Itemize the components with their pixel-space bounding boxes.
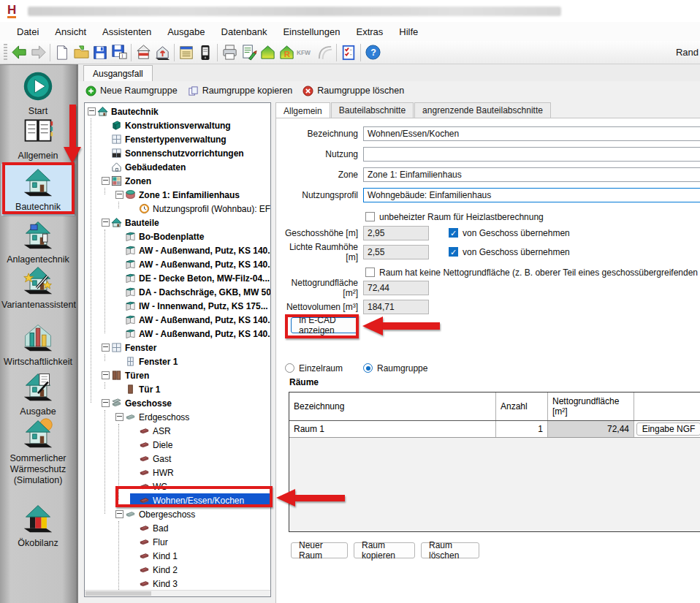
keine-ngf-checkbox[interactable] bbox=[365, 268, 375, 277]
tree-expander-minus-icon[interactable] bbox=[88, 107, 96, 115]
tree-item-hwr[interactable]: HWR bbox=[85, 466, 270, 479]
print-icon[interactable] bbox=[220, 43, 239, 62]
open-project-icon[interactable] bbox=[72, 43, 91, 62]
menu-datei[interactable]: Datei bbox=[10, 24, 45, 39]
nettogrundflaeche-input[interactable]: 72,44 bbox=[363, 281, 429, 295]
tree-item-diele[interactable]: Diele bbox=[85, 438, 270, 452]
tab-bauteilabschnitte[interactable]: Bauteilabschnitte bbox=[331, 102, 414, 118]
tree-item-wohnen-essen-kochen[interactable]: Wohnen/Essen/Kochen bbox=[85, 493, 270, 507]
menu-extras[interactable]: Extras bbox=[349, 24, 389, 39]
raumgruppe-radio[interactable] bbox=[363, 363, 373, 373]
help-icon[interactable]: ? bbox=[363, 43, 382, 62]
tree-expander-minus-icon[interactable] bbox=[102, 219, 110, 227]
sidebar-item-wirtschaftlichkeit[interactable]: Wirtschaftlichkeit bbox=[1, 321, 75, 368]
notes-icon[interactable] bbox=[177, 43, 196, 62]
tree-expander-minus-icon[interactable] bbox=[115, 191, 123, 199]
geschosshoehe-input[interactable]: 2,95 bbox=[363, 226, 429, 240]
neue-raumgruppe-button[interactable]: Neue Raumgruppe bbox=[85, 86, 178, 96]
tree-item-wc[interactable]: WC bbox=[85, 479, 270, 493]
cell-bezeichnung[interactable]: Raum 1 bbox=[289, 421, 496, 437]
raum-kopieren-button[interactable]: Raum kopieren bbox=[354, 542, 415, 558]
bezeichnung-input[interactable]: Wohnen/Essen/Kochen bbox=[363, 126, 700, 141]
tree-item-zone-1-einfamilienhaus[interactable]: Zone 1: Einfamilienhaus bbox=[85, 188, 270, 202]
tree-item-sonnenschutzvorrichtungen[interactable]: Sonnenschutzvorrichtungen bbox=[85, 146, 270, 160]
sidebar-item-variantenassistent[interactable]: Variantenassistent bbox=[1, 264, 75, 311]
energy-certificate-icon[interactable] bbox=[258, 43, 277, 62]
raumhoehe-input[interactable]: 2,55 bbox=[363, 245, 429, 259]
cell-anzahl[interactable]: 1 bbox=[496, 421, 548, 437]
save-as-icon[interactable]: I bbox=[110, 43, 129, 62]
sidebar-item-sommerlicher-waermeschutz-simulation[interactable]: Sommerlicher Wärmeschutz (Simulation) bbox=[1, 417, 75, 486]
report-edit-icon[interactable] bbox=[239, 43, 258, 62]
tree-item-tuer-1[interactable]: Tür 1 bbox=[85, 382, 270, 396]
unbeheizt-checkbox[interactable] bbox=[365, 212, 375, 221]
raumhoehe-uebernehmen-checkbox[interactable]: ✓ bbox=[449, 247, 458, 257]
tree-item-kind-2[interactable]: Kind 2 bbox=[85, 563, 270, 577]
tree-item-zonen[interactable]: Zonen bbox=[85, 174, 270, 188]
tree-item-erdgeschoss[interactable]: Erdgeschoss bbox=[85, 410, 270, 424]
table-row-raum-1[interactable]: Raum 1 1 72,44 Eingabe NGF bbox=[289, 421, 700, 438]
neuer-raum-button[interactable]: Neuer Raum bbox=[291, 542, 348, 558]
tree-item-aw-aussenwand-putz-ks-140[interactable]: AW - Außenwand, Putz, KS 140... bbox=[85, 257, 270, 271]
tree-item-konstruktionsverwaltung[interactable]: Konstruktionsverwaltung bbox=[85, 118, 270, 132]
nettovolumen-input[interactable]: 184,71 bbox=[363, 300, 429, 314]
forward-icon[interactable] bbox=[28, 43, 47, 62]
zone-select[interactable]: Zone 1: Einfamilienhaus bbox=[363, 167, 700, 182]
nutzungsprofil-select[interactable]: Wohngebäude: Einfamilienhaus bbox=[363, 188, 700, 202]
sidebar-item-start[interactable]: Start bbox=[1, 70, 75, 117]
tree-item-iw-innenwand-putz-ks-175[interactable]: IW - Innenwand, Putz, KS 175... bbox=[85, 299, 270, 313]
import-building-icon[interactable] bbox=[153, 43, 172, 62]
tree-expander-minus-icon[interactable] bbox=[102, 371, 110, 379]
tree-expander-minus-icon[interactable] bbox=[115, 510, 123, 518]
tree-item-gebaeudedaten[interactable]: Gebäudedaten bbox=[85, 160, 270, 174]
tree-item-bautechnik[interactable]: Bautechnik bbox=[85, 105, 270, 118]
sidebar-item-allgemein[interactable]: Allgemein bbox=[1, 115, 75, 162]
checklist-icon[interactable] bbox=[339, 43, 358, 62]
tree-expander-minus-icon[interactable] bbox=[102, 344, 110, 352]
tree-expander-minus-icon[interactable] bbox=[102, 399, 110, 407]
tree-item-kind-1[interactable]: Kind 1 bbox=[85, 549, 270, 563]
building-icon[interactable] bbox=[134, 43, 153, 62]
tree-item-tueren[interactable]: Türen bbox=[85, 368, 270, 382]
tab-allgemein[interactable]: Allgemein bbox=[275, 102, 330, 118]
tree-item-gast[interactable]: Gast bbox=[85, 452, 270, 466]
kfw-r-icon[interactable]: R bbox=[277, 43, 296, 62]
eingabe-ngf-button[interactable]: Eingabe NGF bbox=[636, 422, 700, 436]
back-icon[interactable] bbox=[9, 43, 28, 62]
ecad-button[interactable]: In E-CAD anzeigen bbox=[291, 317, 358, 333]
kfw-label-icon[interactable]: KFW bbox=[296, 43, 315, 62]
curves-icon[interactable] bbox=[315, 43, 334, 62]
tree-item-geschosse[interactable]: Geschosse bbox=[85, 396, 270, 410]
save-icon[interactable] bbox=[91, 43, 110, 62]
tree-item-asr[interactable]: ASR bbox=[85, 424, 270, 438]
raum-loeschen-button[interactable]: Raum löschen bbox=[421, 542, 479, 558]
scrollbar-thumb[interactable] bbox=[85, 591, 151, 596]
tree-expander-minus-icon[interactable] bbox=[102, 177, 110, 185]
new-document-icon[interactable] bbox=[53, 43, 72, 62]
tree-item-nutzungsprofil-wohnbau-efh[interactable]: Nutzungsprofil (Wohnbau): EFH bbox=[85, 202, 270, 216]
tree-item-fenstertypenverwaltung[interactable]: Fenstertypenverwaltung bbox=[85, 132, 270, 146]
tree-item-aw-aussenwand-putz-ks-140[interactable]: AW - Außenwand, Putz, KS 140... bbox=[85, 243, 270, 257]
sidebar-item-ausgabe[interactable]: Ausgabe bbox=[1, 371, 75, 417]
tree-item-fenster-1[interactable]: Fenster 1 bbox=[85, 354, 270, 368]
menu-datenbank[interactable]: Datenbank bbox=[215, 24, 274, 39]
tab-ausgangsfall[interactable]: Ausgangsfall bbox=[83, 65, 153, 81]
menu-ansicht[interactable]: Ansicht bbox=[48, 24, 93, 39]
tree-horizontal-scrollbar[interactable] bbox=[85, 590, 270, 596]
tree-item-aw-aussenwand-putz-ks-140[interactable]: AW - Außenwand, Putz, KS 140... bbox=[85, 327, 270, 341]
mobile-device-icon[interactable] bbox=[196, 43, 215, 62]
tree-expander-minus-icon[interactable] bbox=[115, 413, 123, 421]
raumgruppe-loeschen-button[interactable]: Raumgruppe löschen bbox=[303, 86, 404, 96]
tree-item-flur[interactable]: Flur bbox=[85, 535, 270, 549]
tree-item-fenster[interactable]: Fenster bbox=[85, 341, 270, 354]
sidebar-item-oekobilanz[interactable]: Ökobilanz bbox=[1, 502, 75, 549]
tree-item-bo-bodenplatte[interactable]: Bo-Bodenplatte bbox=[85, 230, 270, 243]
nutzung-input[interactable] bbox=[363, 147, 700, 162]
menu-ausgabe[interactable]: Ausgabe bbox=[161, 24, 211, 39]
tree-item-bad[interactable]: Bad bbox=[85, 521, 270, 535]
sidebar-item-anlagentechnik[interactable]: Anlagentechnik bbox=[1, 219, 75, 265]
einzelraum-radio[interactable] bbox=[285, 363, 294, 373]
tree-item-da-dachschraege-gkb-mw-50[interactable]: DA - Dachschräge, GKB, MW 50... bbox=[85, 285, 270, 299]
geschosshoehe-uebernehmen-checkbox[interactable]: ✓ bbox=[449, 228, 458, 238]
tab-angrenzende-bauteilabschnitte[interactable]: angrenzende Bauteilabschnitte bbox=[414, 102, 551, 118]
